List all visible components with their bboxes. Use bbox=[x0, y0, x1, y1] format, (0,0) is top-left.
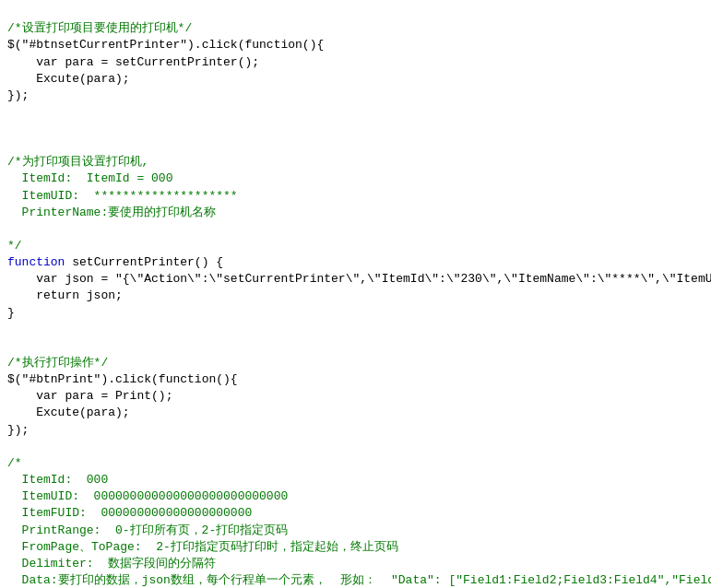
code-line: ItemUID: 000000000000000000000000000 bbox=[0, 488, 711, 505]
code-line: Delimiter: 数据字段间的分隔符 bbox=[0, 556, 711, 572]
code-line: return json; bbox=[0, 288, 711, 304]
code-line: PrinterName:要使用的打印机名称 bbox=[0, 205, 711, 221]
code-line bbox=[0, 322, 711, 338]
code-line: FromPage、ToPage: 2-打印指定页码打印时，指定起始，终止页码 bbox=[0, 539, 711, 556]
code-line: PrintRange: 0-打印所有页，2-打印指定页码 bbox=[0, 523, 711, 539]
code-line bbox=[0, 338, 711, 355]
code-line: /*设置打印项目要使用的打印机*/ bbox=[0, 20, 711, 37]
code-line: var para = setCurrentPrinter(); bbox=[0, 54, 711, 71]
code-line: function setCurrentPrinter() { bbox=[0, 254, 711, 271]
code-line bbox=[0, 137, 711, 154]
code-line bbox=[0, 221, 711, 238]
code-line: } bbox=[0, 305, 711, 322]
code-line: */ bbox=[0, 238, 711, 254]
code-line: /*为打印项目设置打印机, bbox=[0, 154, 711, 171]
code-line: $("#btnPrint").click(function(){ bbox=[0, 371, 711, 388]
code-editor: /*设置打印项目要使用的打印机*/$("#btnsetCurrentPrinte… bbox=[0, 0, 711, 588]
code-line: ItemId: 000 bbox=[0, 472, 711, 488]
code-line: /* bbox=[0, 455, 711, 472]
code-line: $("#btnsetCurrentPrinter").click(functio… bbox=[0, 37, 711, 53]
code-line: Data:要打印的数据，json数组，每个行程单一个元素， 形如： "Data"… bbox=[0, 572, 711, 588]
code-line: }); bbox=[0, 88, 711, 104]
code-line: Excute(para); bbox=[0, 71, 711, 88]
code-line: var para = Print(); bbox=[0, 388, 711, 405]
code-line bbox=[0, 121, 711, 137]
code-line: Excute(para); bbox=[0, 405, 711, 421]
code-line: /*执行打印操作*/ bbox=[0, 355, 711, 371]
code-line bbox=[0, 439, 711, 455]
code-line: }); bbox=[0, 422, 711, 439]
code-line: ItemFUID: 000000000000000000000 bbox=[0, 505, 711, 522]
code-line: ItemUID: ******************** bbox=[0, 188, 711, 205]
code-line: ItemId: ItemId = 000 bbox=[0, 171, 711, 187]
code-line: var json = "{\"Action\":\"setCurrentPrin… bbox=[0, 271, 711, 288]
code-line bbox=[0, 104, 711, 121]
